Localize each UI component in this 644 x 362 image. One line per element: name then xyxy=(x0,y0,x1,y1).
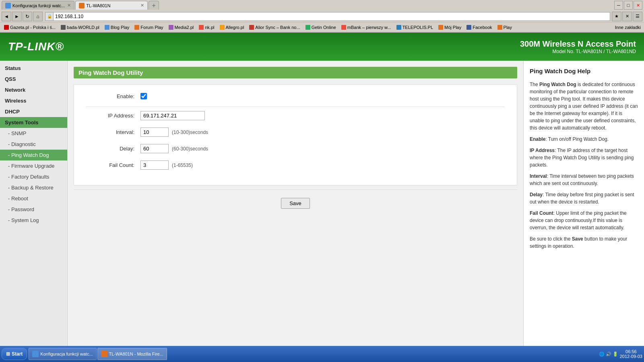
bookmark-label-mbank: mBank – pierwszy w... xyxy=(347,25,391,30)
back-button[interactable]: ◄ xyxy=(2,12,11,21)
home-button[interactable]: ⌂ xyxy=(33,12,43,21)
bookmark-allegro[interactable]: Allegro.pl xyxy=(217,23,247,31)
ip-address-input[interactable] xyxy=(140,111,205,120)
close-button[interactable]: ✕ xyxy=(634,1,642,10)
bookmarks-more-button[interactable]: Inne zakładki xyxy=(613,23,642,31)
sidebar-item-firmware-upgrade[interactable]: - Firmware Upgrade xyxy=(0,160,67,171)
help-term-ip: IP Address xyxy=(530,148,555,153)
refresh-stop-icon[interactable]: ✕ xyxy=(622,12,632,21)
tab-title-1: Konfiguracja funkcji watc... xyxy=(12,3,65,8)
taskbar-battery-icon: 🔋 xyxy=(613,352,618,357)
bookmark-blog-play[interactable]: Blog Play xyxy=(102,23,132,31)
help-intro: The Ping Watch Dog is dedicated for cont… xyxy=(530,81,638,132)
browser-chrome: Konfiguracja funkcji watc... ✕ TL-WA801N… xyxy=(0,0,644,33)
refresh-button[interactable]: ↻ xyxy=(23,12,32,21)
bookmark-label-telepolis: TELEPOLIS.PL xyxy=(402,25,433,30)
bookmark-label-getin: Getin Online xyxy=(312,25,336,30)
ip-address-row: IP Address: xyxy=(86,111,505,120)
help-fail-count-desc: Fail Count: Upper limit of the ping pack… xyxy=(530,210,638,231)
sidebar-item-status[interactable]: Status xyxy=(0,63,67,74)
interval-hint: (10-300)seconds xyxy=(172,130,208,135)
tab-1[interactable]: Konfiguracja funkcji watc... ✕ xyxy=(2,1,74,10)
nav-bar: ◄ ► ↻ ⌂ 🔒 ★ ✕ ☰ xyxy=(0,10,644,23)
new-tab-button[interactable]: + xyxy=(149,1,159,10)
taskbar-items: Konfiguracja funkcji watc... TL-WA801N -… xyxy=(29,348,599,360)
bookmark-getin[interactable]: Getin Online xyxy=(303,23,339,31)
bookmark-nk[interactable]: nk.pl xyxy=(196,23,217,31)
bookmark-label-media2: Media2.pl xyxy=(175,25,194,30)
save-button[interactable]: Save xyxy=(281,198,310,209)
bookmark-moj-play[interactable]: Mój Play xyxy=(436,23,464,31)
delay-input[interactable] xyxy=(140,144,169,153)
sidebar-item-system-log[interactable]: - System Log xyxy=(0,215,67,226)
maximize-button[interactable]: □ xyxy=(624,1,633,10)
product-name: 300M Wireless N Access Point xyxy=(520,39,636,49)
sidebar-item-qss[interactable]: QSS xyxy=(0,74,67,84)
form-container: Enable: IP Address: Interval: (10-300)se… xyxy=(74,84,517,185)
taskbar-item-1[interactable]: Konfiguracja funkcji watc... xyxy=(29,348,96,360)
bookmark-favicon-nk xyxy=(199,25,204,30)
bookmark-favicon-alior xyxy=(249,25,254,30)
help-title: Ping Watch Dog Help xyxy=(530,67,638,76)
bookmark-gazeta[interactable]: Gazeta.pl - Polska i ś... xyxy=(2,23,58,31)
bookmark-favicon-getin xyxy=(305,25,310,30)
sidebar-item-backup-restore[interactable]: - Backup & Restore xyxy=(0,182,67,193)
help-enable-desc: Enable: Turn on/off Ping Watch Dog. xyxy=(530,136,638,143)
help-panel: Ping Watch Dog Help The Ping Watch Dog i… xyxy=(523,61,644,362)
taskbar-label-2: TL-WA801N - Mozilla Fire... xyxy=(109,352,163,356)
sidebar-item-ping-watch-dog[interactable]: - Ping Watch Dog xyxy=(0,150,67,160)
bookmark-forum-play[interactable]: Forum Play xyxy=(132,23,165,31)
bookmark-facebook[interactable]: Facebook xyxy=(464,23,494,31)
interval-input[interactable] xyxy=(140,128,169,137)
sidebar-item-system-tools[interactable]: System Tools xyxy=(0,117,67,128)
start-button[interactable]: ⊞ Start xyxy=(2,348,27,360)
fail-count-input[interactable] xyxy=(140,160,169,170)
fail-count-row: Fail Count: (1-65535) xyxy=(86,160,505,170)
bookmark-label-alior: Alior Sync – Bank no... xyxy=(255,25,300,30)
tab-bar: Konfiguracja funkcji watc... ✕ TL-WA801N… xyxy=(2,1,614,10)
page-header: TP-LINK® 300M Wireless N Access Point Mo… xyxy=(0,33,644,61)
interval-row: Interval: (10-300)seconds xyxy=(86,128,505,137)
sidebar-item-dhcp[interactable]: DHCP xyxy=(0,106,67,117)
bookmark-star-icon[interactable]: ★ xyxy=(612,12,621,21)
taskbar-item-2[interactable]: TL-WA801N - Mozilla Fire... xyxy=(97,348,167,360)
bookmark-media2[interactable]: Media2.pl xyxy=(166,23,196,31)
minimize-button[interactable]: ─ xyxy=(614,1,623,10)
ip-address-label: IP Address: xyxy=(86,113,134,119)
bookmark-favicon-media2 xyxy=(169,25,173,30)
sidebar-item-reboot[interactable]: - Reboot xyxy=(0,193,67,204)
tab-close-1[interactable]: ✕ xyxy=(67,3,71,8)
address-input[interactable] xyxy=(53,12,610,21)
enable-checkbox[interactable] xyxy=(140,93,147,99)
sidebar-item-snmp[interactable]: - SNMP xyxy=(0,128,67,139)
bookmark-label-gazeta: Gazeta.pl - Polska i ś... xyxy=(10,25,56,30)
tab-title-2: TL-WA801N xyxy=(86,3,138,8)
form-divider-2 xyxy=(74,189,517,190)
bookmark-mbank[interactable]: mBank – pierwszy w... xyxy=(339,23,394,31)
bookmark-favicon-mojplay xyxy=(438,25,443,30)
enable-label: Enable: xyxy=(86,93,134,99)
tab-close-2[interactable]: ✕ xyxy=(140,3,144,8)
address-bar-icon: 🔒 xyxy=(45,12,53,21)
address-bar: 🔒 xyxy=(45,12,610,21)
bookmark-alior[interactable]: Alior Sync – Bank no... xyxy=(247,23,302,31)
bookmark-bada[interactable]: bada-WORLD.pl xyxy=(58,23,102,31)
tab-2[interactable]: TL-WA801N ✕ xyxy=(75,1,148,10)
bookmark-favicon-telepolis xyxy=(396,25,401,30)
sidebar-item-factory-defaults[interactable]: - Factory Defaults xyxy=(0,171,67,182)
page-title: Ping Watch Dog Utility xyxy=(74,67,517,78)
bookmark-play[interactable]: Play xyxy=(495,23,514,31)
bookmark-favicon-play xyxy=(497,25,502,30)
sidebar-item-wireless[interactable]: Wireless xyxy=(0,95,67,106)
sidebar-item-password[interactable]: - Password xyxy=(0,204,67,215)
menu-icon[interactable]: ☰ xyxy=(633,12,642,21)
bookmark-telepolis[interactable]: TELEPOLIS.PL xyxy=(394,23,436,31)
fail-count-hint: (1-65535) xyxy=(172,162,193,168)
sidebar-item-network[interactable]: Network xyxy=(0,84,67,95)
fail-count-label: Fail Count: xyxy=(86,162,134,168)
help-ip-desc: IP Address: The IP address of the target… xyxy=(530,147,638,169)
sidebar-item-diagnostic[interactable]: - Diagnostic xyxy=(0,139,67,150)
forward-button[interactable]: ► xyxy=(12,12,22,21)
bookmark-favicon-mbank xyxy=(341,25,346,30)
help-term-save: Save xyxy=(572,236,583,242)
